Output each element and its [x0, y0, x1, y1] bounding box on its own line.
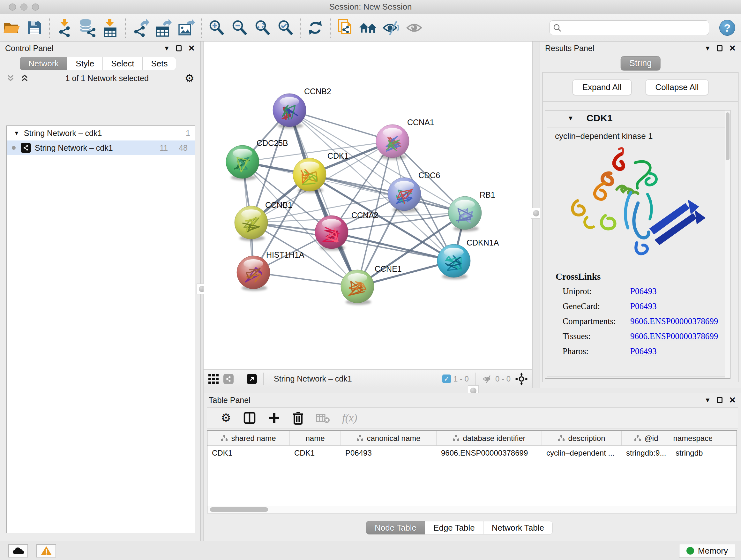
column-header-canonical-name[interactable]: canonical name: [341, 431, 436, 445]
save-session-button[interactable]: [24, 17, 44, 38]
import-network-from-database-button[interactable]: [77, 17, 97, 38]
panel-menu-icon[interactable]: ▼: [704, 396, 711, 404]
panel-close-icon[interactable]: ✕: [729, 395, 736, 405]
node-label: CCNA1: [407, 118, 434, 127]
network-canvas[interactable]: CCNB2CCNA1CDC25BCDK1CDC6RB1CCNB1CCNA2CDK…: [204, 42, 532, 369]
network-type-badge-icon[interactable]: [223, 374, 233, 384]
network-node-RB1[interactable]: RB1: [448, 190, 495, 232]
minimize-window-icon[interactable]: [20, 3, 27, 10]
help-button[interactable]: ?: [719, 20, 735, 36]
table-options-gear-icon[interactable]: ⚙: [221, 411, 231, 425]
warnings-button[interactable]: [37, 544, 56, 557]
column-header-shared-name[interactable]: shared name: [207, 431, 290, 445]
network-node-HIST1H1A[interactable]: HIST1H1A: [237, 250, 305, 291]
column-header-name[interactable]: name: [290, 431, 341, 445]
panel-menu-icon[interactable]: ▼: [704, 45, 711, 52]
import-table-from-file-button[interactable]: [100, 17, 120, 38]
crosslink-link[interactable]: 9606.ENSP00000378699: [630, 331, 718, 341]
results-scrollbar-thumb[interactable]: [726, 112, 730, 160]
pan-crosshair-icon[interactable]: [515, 373, 528, 385]
show-hidden-button[interactable]: [404, 17, 424, 38]
memory-status-button[interactable]: Memory: [679, 544, 735, 557]
tab-sets[interactable]: Sets: [143, 57, 176, 70]
table-row[interactable]: CDK1CDK1P064939606.ENSP00000378699cyclin…: [207, 446, 737, 460]
panel-float-icon[interactable]: [717, 45, 723, 51]
panel-close-icon[interactable]: ✕: [188, 44, 195, 53]
column-header-namespace[interactable]: namespace: [671, 431, 712, 445]
zoom-selected-button[interactable]: [275, 17, 295, 38]
zoom-in-button[interactable]: [206, 17, 226, 38]
tab-network-table[interactable]: Network Table: [483, 521, 553, 535]
table-hscroll-thumb[interactable]: [210, 507, 268, 512]
export-table-button[interactable]: [153, 17, 173, 38]
selected-checkbox-icon[interactable]: ✓: [442, 374, 451, 383]
tab-style[interactable]: Style: [67, 57, 103, 70]
tab-network[interactable]: Network: [20, 57, 67, 70]
network-node-CDC6[interactable]: CDC6: [388, 171, 440, 212]
import-network-from-file-button[interactable]: [55, 17, 74, 38]
panel-close-icon[interactable]: ✕: [729, 44, 736, 53]
protein-section-header[interactable]: ▼ CDK1: [545, 111, 730, 126]
panel-float-icon[interactable]: [717, 397, 723, 403]
collapse-all-icon[interactable]: [6, 73, 15, 83]
export-network-button[interactable]: [131, 17, 150, 38]
cloud-status-button[interactable]: [8, 544, 28, 557]
tab-string[interactable]: String: [621, 56, 661, 71]
close-window-icon[interactable]: [9, 3, 16, 10]
column-header-database-identifier[interactable]: database identifier: [436, 431, 542, 445]
node-table[interactable]: shared namenamecanonical namedatabase id…: [207, 430, 737, 513]
window-controls[interactable]: [9, 3, 39, 10]
tab-node-table[interactable]: Node Table: [366, 521, 425, 535]
crosslink-link[interactable]: P06493: [630, 347, 657, 356]
crosslink-label: Pharos:: [562, 347, 630, 356]
results-scrollbar[interactable]: [725, 111, 730, 378]
network-node-CCNB2[interactable]: CCNB2: [273, 87, 331, 129]
refresh-button[interactable]: [306, 17, 325, 38]
memory-label: Memory: [698, 546, 728, 556]
table-cell: stringdb:9...: [622, 446, 671, 460]
column-header-description[interactable]: description: [542, 431, 622, 445]
hidden-eye-icon: [482, 375, 493, 383]
crosslink-label: Compartments:: [562, 316, 630, 326]
crosslink-link[interactable]: 9606.ENSP00000378699: [630, 316, 718, 326]
crosslink-link[interactable]: P06493: [630, 287, 657, 296]
network-node-CDK1[interactable]: CDK1: [293, 151, 349, 193]
tab-edge-table[interactable]: Edge Table: [425, 521, 483, 535]
panel-menu-icon[interactable]: ▼: [163, 45, 170, 52]
zoom-out-button[interactable]: [229, 17, 249, 38]
column-header--id[interactable]: @id: [622, 431, 671, 445]
table-cell: CDK1: [207, 446, 290, 460]
selected-counts: ✓ 1 - 0: [442, 374, 469, 383]
delete-column-trash-icon[interactable]: [292, 411, 304, 425]
network-node-CDC25B[interactable]: CDC25B: [226, 138, 288, 180]
node-label: HIST1H1A: [266, 250, 305, 259]
crosslink-link[interactable]: P06493: [630, 301, 657, 311]
collapse-all-button[interactable]: Collapse All: [646, 79, 709, 95]
hide-selected-button[interactable]: [381, 17, 401, 38]
tab-select[interactable]: Select: [103, 57, 143, 70]
detach-view-icon[interactable]: [247, 374, 257, 384]
birds-eye-grid-icon[interactable]: [208, 374, 219, 384]
table-horizontal-scrollbar[interactable]: [207, 506, 737, 513]
show-all-button[interactable]: [358, 17, 378, 38]
expand-all-button[interactable]: Expand All: [572, 79, 631, 95]
panel-float-icon[interactable]: [176, 45, 182, 51]
zoom-fit-content-button[interactable]: [253, 17, 272, 38]
network-collection-row[interactable]: ▼ String Network – cdk1 1: [7, 126, 195, 140]
expand-all-icon[interactable]: [20, 73, 29, 83]
clone-network-button[interactable]: [335, 17, 355, 38]
zoom-window-icon[interactable]: [32, 3, 39, 10]
show-columns-icon[interactable]: [243, 412, 256, 424]
export-image-button[interactable]: [177, 17, 196, 38]
open-session-button[interactable]: [2, 17, 21, 38]
results-panel-header: Results Panel ▼ ✕: [540, 42, 741, 55]
network-node-CDKN1A[interactable]: CDKN1A: [437, 238, 499, 279]
network-row[interactable]: String Network – cdk1 11 48: [7, 140, 195, 155]
add-column-icon[interactable]: [268, 412, 280, 424]
import-network-icon: [56, 18, 73, 37]
collection-caret-icon[interactable]: ▼: [14, 130, 19, 137]
section-caret-icon[interactable]: ▼: [567, 115, 574, 122]
network-list-options-gear-icon[interactable]: ⚙: [185, 73, 194, 84]
search-input[interactable]: [564, 23, 705, 32]
toolbar-separator: [201, 18, 202, 38]
